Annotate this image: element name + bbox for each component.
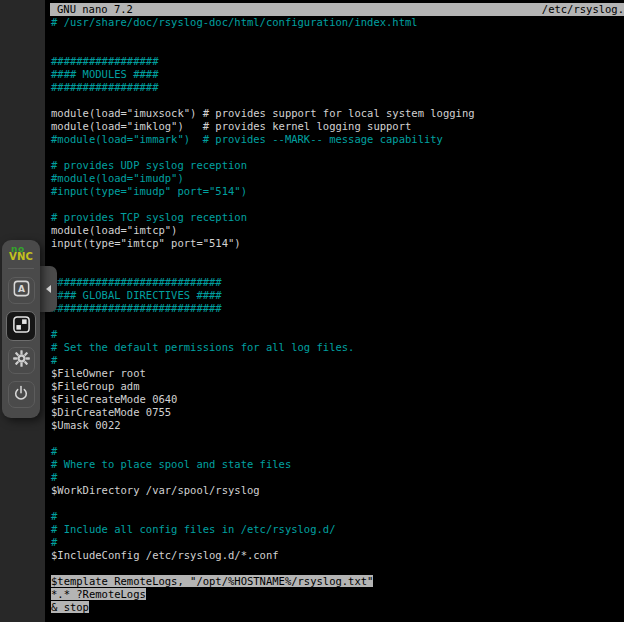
code-line [51, 432, 624, 445]
code-line: ########################### [51, 302, 624, 315]
code-line: # [51, 471, 624, 484]
svg-text:A: A [18, 284, 25, 294]
gear-icon [12, 349, 31, 372]
code-line: # [51, 328, 624, 341]
code-line [51, 497, 624, 510]
nano-filename-label: /etc/rsyslog. [542, 3, 624, 16]
nano-titlebar: GNU nano 7.2 /etc/rsyslog. [50, 3, 624, 16]
code-line: #### GLOBAL DIRECTIVES #### [51, 289, 624, 302]
vnc-remote-screen[interactable]: GNU nano 7.2 /etc/rsyslog. # /usr/share/… [45, 0, 624, 622]
code-line: $Umask 0022 [51, 419, 624, 432]
code-line [51, 250, 624, 263]
code-line: module(load="imuxsock") # provides suppo… [51, 107, 624, 120]
panel-divider [8, 268, 34, 269]
power-button[interactable] [8, 381, 35, 408]
code-line: # [51, 445, 624, 458]
code-line [51, 29, 624, 42]
nano-version-label: GNU nano 7.2 [57, 3, 133, 16]
fullscreen-icon [12, 315, 31, 338]
code-line: # Set the default permissions for all lo… [51, 341, 624, 354]
code-line: $DirCreateMode 0755 [51, 406, 624, 419]
code-line: module(load="imtcp") [51, 224, 624, 237]
novnc-logo: no VNC [9, 245, 33, 261]
code-line [51, 562, 624, 575]
code-line: ################# [51, 81, 624, 94]
code-line [51, 146, 624, 159]
code-line: $FileGroup adm [51, 380, 624, 393]
keyboard-a-icon: A [12, 279, 31, 302]
code-line [51, 263, 624, 276]
code-line: #input(type="imudp" port="514") [51, 185, 624, 198]
code-line [51, 315, 624, 328]
code-line: input(type="imtcp" port="514") [51, 237, 624, 250]
collapse-left-icon [46, 285, 51, 293]
code-line [51, 94, 624, 107]
code-line: & stop [51, 601, 624, 614]
code-area: # /usr/share/doc/rsyslog-doc/html/config… [51, 16, 624, 614]
settings-button[interactable] [8, 347, 35, 374]
novnc-page: { "terminal": { "titlebar": { "app": "GN… [0, 0, 624, 622]
code-line [51, 198, 624, 211]
fullscreen-button[interactable] [6, 311, 36, 341]
code-line: #module(load="imudp") [51, 172, 624, 185]
code-line: # Include all config files in /etc/rsysl… [51, 523, 624, 536]
code-line: $FileOwner root [51, 367, 624, 380]
novnc-control-bar: no VNC A [2, 240, 40, 418]
code-line: # Where to place spool and state files [51, 458, 624, 471]
code-line: ################# [51, 55, 624, 68]
code-line [51, 42, 624, 55]
code-line: # provides TCP syslog reception [51, 211, 624, 224]
novnc-logo-vnc: VNC [9, 253, 33, 261]
code-line: #### MODULES #### [51, 68, 624, 81]
control-bar-handle[interactable] [40, 266, 57, 312]
code-line: # provides UDP syslog reception [51, 159, 624, 172]
power-icon [12, 384, 30, 406]
code-line: *.* ?RemoteLogs [51, 588, 624, 601]
code-line: module(load="imklog") # provides kernel … [51, 120, 624, 133]
code-line: # /usr/share/doc/rsyslog-doc/html/config… [51, 16, 624, 29]
code-line: # [51, 536, 624, 549]
code-line: # [51, 510, 624, 523]
code-line: $WorkDirectory /var/spool/rsyslog [51, 484, 624, 497]
code-line: # [51, 354, 624, 367]
code-line: #module(load="immark") # provides --MARK… [51, 133, 624, 146]
code-line: $IncludeConfig /etc/rsyslog.d/*.conf [51, 549, 624, 562]
code-line: $template RemoteLogs, "/opt/%HOSTNAME%/r… [51, 575, 624, 588]
code-line: ########################### [51, 276, 624, 289]
keyboard-button[interactable]: A [8, 277, 35, 304]
code-line: $FileCreateMode 0640 [51, 393, 624, 406]
